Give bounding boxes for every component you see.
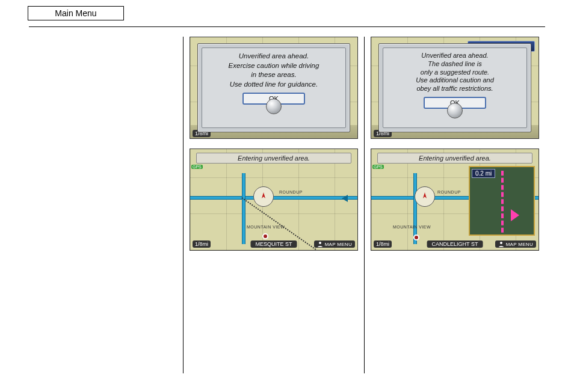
- svg-point-1: [319, 242, 321, 244]
- divider: [29, 26, 545, 27]
- alert-text: Unverified area ahead. The dashed line i…: [416, 52, 494, 93]
- dial-knob-icon: [266, 99, 282, 114]
- ok-button[interactable]: OK: [424, 97, 486, 109]
- svg-point-3: [500, 242, 502, 244]
- guidance-inset: 0.2 mi: [469, 166, 535, 236]
- screenshot-dialog-off: 1/8mi Unverified area ahead. Exercise ca…: [190, 37, 358, 139]
- map-background: [190, 149, 357, 250]
- map-menu-label: MAP MENU: [325, 242, 352, 247]
- alert-dialog: Unverified area ahead. The dashed line i…: [378, 43, 531, 132]
- ok-button[interactable]: OK: [242, 93, 305, 105]
- svg-marker-0: [262, 192, 265, 198]
- alert-dialog: Unverified area ahead. Exercise caution …: [197, 43, 350, 132]
- street-label-roundup: ROUNDUP: [279, 190, 303, 194]
- road-horizontal: [190, 196, 357, 200]
- destination-marker-icon: [262, 233, 268, 239]
- person-icon: [498, 241, 504, 247]
- column-3: 1/8mi Unverified area ahead. The dashed …: [364, 37, 545, 373]
- map-menu-button[interactable]: MAP MENU: [314, 240, 355, 248]
- scale-indicator: 1/8mi: [193, 240, 211, 248]
- dashed-route: [501, 171, 504, 236]
- road-vertical: [242, 173, 245, 244]
- alert-text: Unverified area ahead. Exercise caution …: [229, 52, 319, 89]
- street-label-mountain: MOUNTAIN VIEW: [247, 225, 285, 229]
- current-street: CANDLELIGHT ST: [427, 240, 483, 248]
- person-icon: [317, 241, 323, 247]
- main-menu-button[interactable]: Main Menu: [28, 6, 124, 20]
- scale-indicator: 1/8mi: [374, 240, 392, 248]
- destination-marker-icon: [413, 234, 419, 240]
- compass-icon: [415, 186, 435, 207]
- screenshot-map-on: ROUNDUP MOUNTAIN VIEW GPS 0.2 mi Enterin…: [371, 149, 539, 251]
- svg-marker-2: [423, 192, 427, 198]
- direction-arrow-icon: [342, 195, 348, 202]
- compass-icon: [253, 186, 274, 207]
- screenshot-map-off: ROUNDUP MOUNTAIN VIEW GPS Entering unver…: [190, 149, 358, 251]
- main-menu-label: Main Menu: [55, 8, 96, 18]
- distance-indicator: 0.2 mi: [472, 169, 495, 178]
- map-menu-button[interactable]: MAP MENU: [495, 240, 536, 248]
- content-columns: 1/8mi Unverified area ahead. Exercise ca…: [29, 37, 545, 373]
- unverified-banner: Entering unverified area.: [377, 153, 532, 164]
- turn-arrow-icon: [511, 209, 519, 221]
- screenshot-dialog-on: 1/8mi Unverified area ahead. The dashed …: [371, 37, 539, 139]
- unverified-banner: Entering unverified area.: [196, 153, 351, 164]
- street-label-roundup: ROUNDUP: [437, 190, 461, 194]
- street-label-mountain: MOUNTAIN VIEW: [393, 225, 431, 229]
- map-menu-label: MAP MENU: [506, 242, 533, 247]
- current-street: MESQUITE ST: [250, 240, 297, 248]
- road-vertical: [413, 173, 417, 244]
- dial-knob-icon: [447, 103, 463, 118]
- column-1: [29, 37, 183, 373]
- gps-indicator: GPS: [372, 165, 384, 169]
- column-2: 1/8mi Unverified area ahead. Exercise ca…: [183, 37, 364, 373]
- gps-indicator: GPS: [191, 165, 203, 169]
